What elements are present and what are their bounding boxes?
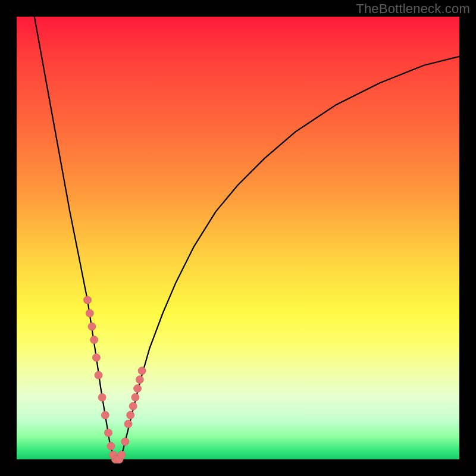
highlighted-point bbox=[98, 393, 106, 401]
highlighted-point bbox=[129, 402, 137, 410]
highlighted-point bbox=[101, 411, 109, 419]
highlighted-point bbox=[121, 438, 129, 446]
highlighted-point bbox=[124, 420, 132, 428]
highlighted-point bbox=[86, 309, 93, 317]
highlighted-points-group bbox=[84, 296, 146, 464]
highlighted-point bbox=[84, 296, 92, 304]
highlighted-point bbox=[95, 371, 102, 379]
highlighted-point bbox=[107, 442, 115, 450]
watermark-text: TheBottleneck.com bbox=[356, 1, 470, 17]
bottleneck-curve bbox=[35, 17, 459, 459]
highlighted-point bbox=[136, 376, 143, 384]
highlighted-point bbox=[105, 429, 112, 437]
plot-area bbox=[17, 17, 459, 459]
highlighted-point bbox=[90, 336, 98, 344]
highlighted-point bbox=[131, 393, 139, 401]
highlighted-point bbox=[92, 353, 100, 361]
highlighted-point bbox=[138, 367, 146, 375]
chart-frame: TheBottleneck.com bbox=[0, 0, 476, 476]
highlighted-point bbox=[118, 451, 126, 459]
chart-svg bbox=[17, 17, 459, 459]
highlighted-point bbox=[127, 411, 134, 419]
highlighted-point bbox=[134, 385, 142, 393]
highlighted-point bbox=[88, 322, 96, 330]
